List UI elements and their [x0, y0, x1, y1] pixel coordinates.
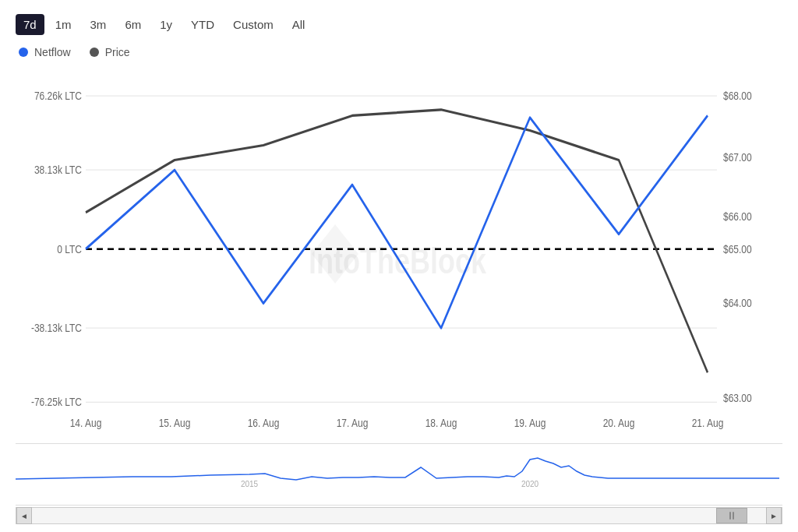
svg-text:2015: 2015	[241, 480, 259, 488]
btn-3m[interactable]: 3m	[83, 14, 115, 35]
legend-label-price: Price	[105, 46, 130, 58]
time-range-bar: 7d 1m 3m 6m 1y YTD Custom All	[16, 14, 782, 35]
svg-text:15. Aug: 15. Aug	[159, 417, 191, 430]
btn-1m[interactable]: 1m	[48, 14, 79, 35]
btn-6m[interactable]: 6m	[117, 14, 149, 35]
navigator-svg: 2015 2020	[16, 444, 782, 491]
grip-line-1	[729, 512, 731, 520]
legend-netflow: Netflow	[19, 46, 71, 58]
svg-text:-38.13k LTC: -38.13k LTC	[31, 322, 82, 335]
btn-custom[interactable]: Custom	[225, 14, 281, 35]
legend-price: Price	[90, 46, 130, 58]
btn-1y[interactable]: 1y	[152, 14, 180, 35]
svg-text:17. Aug: 17. Aug	[337, 417, 369, 430]
svg-text:76.26k LTC: 76.26k LTC	[34, 90, 82, 103]
svg-text:-76.25k LTC: -76.25k LTC	[31, 396, 82, 409]
main-chart: 76.26k LTC 38.13k LTC 0 LTC -38.13k LTC …	[16, 66, 782, 442]
svg-text:$67.00: $67.00	[723, 150, 752, 164]
scroll-handle-grip	[729, 512, 734, 520]
svg-text:20. Aug: 20. Aug	[603, 417, 635, 430]
scroll-handle[interactable]	[716, 508, 747, 523]
chart-legend: Netflow Price	[19, 46, 782, 58]
legend-dot-price	[90, 48, 99, 57]
svg-text:21. Aug: 21. Aug	[692, 417, 724, 430]
scroll-track	[32, 508, 766, 523]
scroll-right-button[interactable]: ►	[766, 507, 782, 524]
svg-text:$65.00: $65.00	[723, 242, 752, 255]
chart-svg-wrapper: 76.26k LTC 38.13k LTC 0 LTC -38.13k LTC …	[16, 66, 782, 442]
scrollbar: ◄ ►	[16, 507, 782, 524]
main-container: 7d 1m 3m 6m 1y YTD Custom All Netflow Pr…	[0, 0, 798, 532]
btn-ytd[interactable]: YTD	[183, 14, 222, 35]
svg-text:18. Aug: 18. Aug	[425, 417, 457, 430]
scroll-left-button[interactable]: ◄	[16, 507, 32, 524]
svg-text:$66.00: $66.00	[723, 210, 752, 224]
svg-text:$64.00: $64.00	[723, 297, 752, 310]
btn-all[interactable]: All	[284, 14, 313, 35]
chart-svg: 76.26k LTC 38.13k LTC 0 LTC -38.13k LTC …	[16, 66, 782, 442]
svg-text:14. Aug: 14. Aug	[70, 417, 102, 430]
svg-text:16. Aug: 16. Aug	[248, 417, 280, 430]
svg-text:19. Aug: 19. Aug	[514, 417, 546, 430]
grip-line-2	[733, 512, 734, 520]
svg-text:$63.00: $63.00	[723, 392, 752, 405]
svg-text:0 LTC: 0 LTC	[57, 242, 82, 255]
svg-text:2020: 2020	[521, 480, 539, 488]
navigator-chart: 2015 2020	[16, 443, 782, 506]
svg-text:$68.00: $68.00	[723, 90, 752, 103]
legend-dot-netflow	[19, 48, 28, 57]
svg-rect-27	[16, 444, 782, 491]
legend-label-netflow: Netflow	[34, 46, 71, 58]
svg-text:38.13k LTC: 38.13k LTC	[34, 164, 82, 177]
btn-7d[interactable]: 7d	[16, 14, 44, 35]
